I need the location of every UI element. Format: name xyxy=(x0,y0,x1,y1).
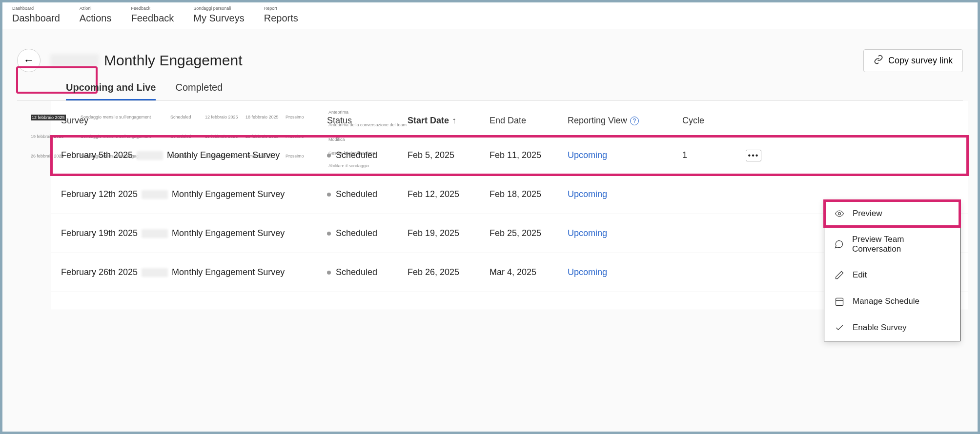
menu-label: Edit xyxy=(853,270,867,280)
nav-reports[interactable]: Report Reports xyxy=(264,8,298,24)
status-dot-icon xyxy=(327,154,331,158)
redacted-text xyxy=(50,54,99,67)
nav-mini-label: Feedback xyxy=(131,6,150,11)
status-text: Scheduled xyxy=(336,150,377,160)
svg-rect-1 xyxy=(836,298,843,305)
context-menu: Preview Preview Team Conversation Edit M… xyxy=(824,200,960,341)
title-text: Monthly Engagement xyxy=(104,52,243,69)
row-date-prefix: February 12th 2025 xyxy=(61,189,138,199)
status-cell: Scheduled xyxy=(327,189,408,199)
more-actions-button[interactable]: ••• xyxy=(746,150,761,161)
status-dot-icon xyxy=(327,271,331,275)
end-date-cell: Feb 25, 2025 xyxy=(490,228,568,238)
menu-preview-team[interactable]: Preview Team Conversation xyxy=(824,227,960,262)
end-date-cell: Mar 4, 2025 xyxy=(490,267,568,277)
nav-label: Dashboard xyxy=(12,13,60,23)
row-date-prefix: February 26th 2025 xyxy=(61,267,138,277)
col-label: Start Date xyxy=(408,116,449,126)
calendar-icon xyxy=(834,296,845,307)
survey-name-cell: February 19th 2025 Monthly Engagement Su… xyxy=(61,228,327,238)
nav-mini-label: Report xyxy=(264,6,277,11)
redacted-text xyxy=(137,151,163,160)
end-date-cell: Feb 11, 2025 xyxy=(490,150,568,160)
menu-preview[interactable]: Preview xyxy=(824,200,960,227)
tab-completed[interactable]: Completed xyxy=(175,82,223,100)
redacted-text xyxy=(142,268,168,277)
menu-label: Enable Survey xyxy=(853,323,907,333)
arrow-left-icon: ← xyxy=(23,54,34,67)
table-header-row: Survey Status Start Date ↑ End Date Repo… xyxy=(51,101,968,136)
tab-upcoming[interactable]: Upcoming and Live xyxy=(66,82,156,100)
start-date-cell: Feb 19, 2025 xyxy=(408,228,490,238)
start-date-cell: Feb 5, 2025 xyxy=(408,150,490,160)
copy-link-label: Copy survey link xyxy=(888,56,953,66)
status-text: Scheduled xyxy=(336,189,377,199)
status-cell: Scheduled xyxy=(327,267,408,277)
reporting-view-link[interactable]: Upcoming xyxy=(568,228,682,238)
col-end-date[interactable]: End Date xyxy=(490,116,568,126)
status-dot-icon xyxy=(327,193,331,197)
start-date-cell: Feb 12, 2025 xyxy=(408,189,490,199)
check-icon xyxy=(834,322,845,333)
menu-manage-schedule[interactable]: Manage Schedule xyxy=(824,288,960,315)
page-title: Monthly Engagement xyxy=(50,52,243,69)
top-nav: Dashboard Dashboard Azioni Actions Feedb… xyxy=(2,2,978,29)
col-start-date[interactable]: Start Date ↑ xyxy=(408,116,490,126)
survey-name-cell: February 12th 2025 Monthly Engagement Su… xyxy=(61,189,327,199)
ellipsis-icon: ••• xyxy=(748,151,759,160)
menu-label: Preview Team Conversation xyxy=(852,235,950,254)
redacted-text xyxy=(142,229,168,238)
eye-icon xyxy=(834,208,845,219)
nav-label: My Surveys xyxy=(193,13,244,23)
row-name: Monthly Engagement Survey xyxy=(172,189,285,199)
status-cell: Scheduled xyxy=(327,150,408,160)
row-name: Monthly Engagement Survey xyxy=(172,267,285,277)
start-date-cell: Feb 26, 2025 xyxy=(408,267,490,277)
survey-name-cell: February 26th 2025 Monthly Engagement Su… xyxy=(61,267,327,277)
page-header: ← Monthly Engagement Copy survey link Up… xyxy=(2,29,978,101)
back-button[interactable]: ← xyxy=(17,49,41,72)
nav-feedback[interactable]: Feedback Feedback xyxy=(131,8,174,24)
menu-enable-survey[interactable]: Enable Survey xyxy=(824,315,960,341)
nav-label: Feedback xyxy=(131,13,174,23)
nav-my-surveys[interactable]: Sondaggi personali My Surveys xyxy=(193,8,244,24)
nav-dashboard[interactable]: Dashboard Dashboard xyxy=(12,8,60,24)
table-row[interactable]: February 5th 2025 Monthly Engagement Sur… xyxy=(51,136,968,175)
row-date-prefix: February 5th 2025 xyxy=(61,150,133,160)
menu-label: Manage Schedule xyxy=(853,296,919,306)
status-dot-icon xyxy=(327,232,331,236)
help-icon[interactable]: ? xyxy=(630,117,639,125)
row-name: Monthly Engagement Survey xyxy=(167,150,280,160)
col-cycle[interactable]: Cycle xyxy=(682,116,746,126)
survey-name-cell: February 5th 2025 Monthly Engagement Sur… xyxy=(61,150,327,160)
row-date-prefix: February 19th 2025 xyxy=(61,228,138,238)
nav-label: Actions xyxy=(80,13,112,23)
col-status[interactable]: Status xyxy=(327,116,408,126)
copy-survey-link-button[interactable]: Copy survey link xyxy=(863,49,963,72)
col-reporting-view[interactable]: Reporting View ? xyxy=(568,116,682,126)
reporting-view-link[interactable]: Upcoming xyxy=(568,150,682,160)
menu-label: Preview xyxy=(853,209,882,218)
cycle-cell: 1 xyxy=(682,150,746,160)
nav-label: Reports xyxy=(264,13,298,23)
reporting-view-link[interactable]: Upcoming xyxy=(568,267,682,277)
menu-edit[interactable]: Edit xyxy=(824,262,960,288)
redacted-text xyxy=(142,190,168,199)
nav-actions[interactable]: Azioni Actions xyxy=(80,8,112,24)
reporting-view-link[interactable]: Upcoming xyxy=(568,189,682,199)
nav-mini-label: Sondaggi personali xyxy=(193,6,231,11)
link-icon xyxy=(874,55,883,67)
pencil-icon xyxy=(834,270,845,280)
nav-mini-label: Azioni xyxy=(80,6,92,11)
chat-icon xyxy=(834,239,844,250)
end-date-cell: Feb 18, 2025 xyxy=(490,189,568,199)
col-survey[interactable]: Survey xyxy=(61,116,327,126)
col-label: Reporting View xyxy=(568,116,627,126)
nav-mini-label: Dashboard xyxy=(12,6,34,11)
sort-asc-icon: ↑ xyxy=(452,116,456,126)
tabs: Upcoming and Live Completed xyxy=(17,82,963,101)
row-name: Monthly Engagement Survey xyxy=(172,228,285,238)
status-text: Scheduled xyxy=(336,267,377,277)
svg-point-0 xyxy=(838,213,841,215)
status-text: Scheduled xyxy=(336,228,377,238)
